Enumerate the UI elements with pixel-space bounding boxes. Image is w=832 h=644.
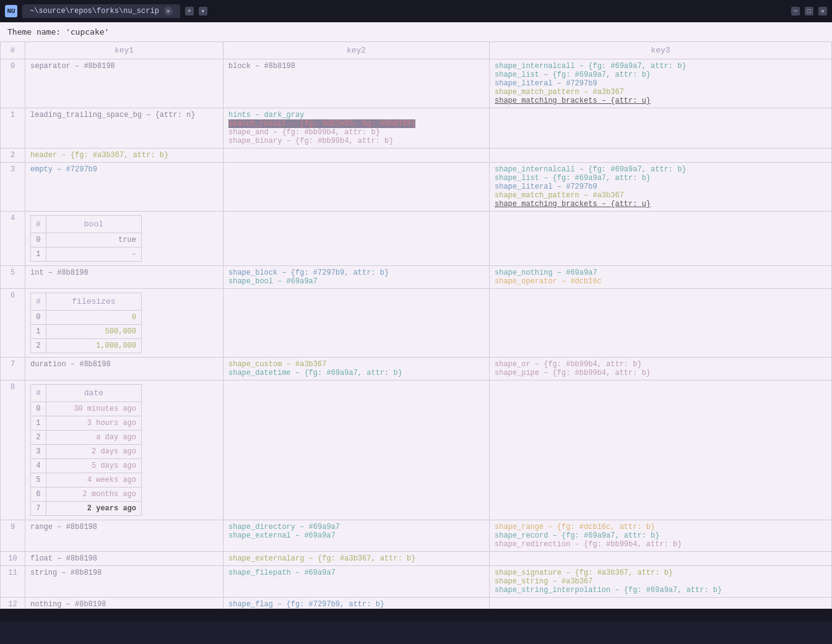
cell-key2 bbox=[223, 289, 490, 358]
new-tab-button[interactable]: + bbox=[185, 7, 194, 15]
mini-num: 3 bbox=[31, 445, 46, 459]
dropdown-button[interactable]: ▾ bbox=[199, 7, 207, 15]
col-header-key3: key3 bbox=[490, 42, 832, 59]
cell-key3 bbox=[490, 598, 832, 609]
mini-num: 1 bbox=[31, 325, 46, 339]
mini-row: 4 5 days ago bbox=[31, 459, 142, 473]
cell-key1: int – #8b8198 bbox=[25, 266, 223, 289]
title-bar: NU ~\source\repos\forks\nu_scrip ✕ + ▾ ─… bbox=[0, 0, 832, 22]
col-header-num: # bbox=[1, 42, 25, 59]
mini-num: 2 bbox=[31, 431, 46, 445]
cell-key3: shape_range – {fg: #dcb16c, attr: b} sha… bbox=[490, 520, 832, 552]
col-header-key1: key1 bbox=[25, 42, 223, 59]
cell-key2: shape_flag – {fg: #7297b9, attr: b} bbox=[223, 598, 490, 609]
minimize-button[interactable]: ─ bbox=[791, 7, 800, 15]
cell-key3: shape_nothing – #69a9a7 shape_operator –… bbox=[490, 266, 832, 289]
cell-key2: shape_custom – #a3b367 shape_datetime – … bbox=[223, 358, 490, 380]
cell-key1: duration – #8b8198 bbox=[25, 358, 223, 380]
mini-num: 2 bbox=[31, 339, 46, 353]
cell-key3: shape_internalcall – {fg: #69a9a7, attr:… bbox=[490, 59, 832, 108]
cell-key1: nothing – #8b8198 bbox=[25, 598, 223, 609]
cell-key2: hints – dark_gray search_result – {fg: #… bbox=[223, 108, 490, 148]
cell-key1: float – #8b8198 bbox=[25, 552, 223, 566]
mini-val: – bbox=[46, 247, 141, 262]
table-row: 10 float – #8b8198 shape_externalarg – {… bbox=[1, 552, 832, 566]
mini-row: 1 500,000 bbox=[31, 325, 142, 339]
mini-val: 1,000,000 bbox=[46, 339, 141, 353]
mini-col-num: # bbox=[31, 385, 46, 402]
table-row: 5 int – #8b8198 shape_block – {fg: #7297… bbox=[1, 266, 832, 289]
table-row: 9 range – #8b8198 shape_directory – #69a… bbox=[1, 520, 832, 552]
col-header-key2: key2 bbox=[223, 42, 490, 59]
table-row: 7 duration – #8b8198 shape_custom – #a3b… bbox=[1, 358, 832, 380]
table-row: 6 # filesizes 0 0 bbox=[1, 289, 832, 358]
table-row: 4 # bool 0 true bbox=[1, 212, 832, 266]
table-row: 3 empty – #7297b9 shape_internalcall – {… bbox=[1, 163, 832, 212]
status-bar bbox=[0, 609, 832, 621]
mini-num: 7 bbox=[31, 502, 46, 516]
duration-mini-table: # date 0 30 minutes ago 1 3 hours bbox=[30, 384, 142, 516]
row-num: 7 bbox=[1, 358, 25, 380]
cell-key3 bbox=[490, 108, 832, 148]
cell-key3 bbox=[490, 380, 832, 520]
mini-num: 5 bbox=[31, 473, 46, 487]
cell-key3 bbox=[490, 289, 832, 358]
mini-val: 2 months ago bbox=[46, 487, 141, 502]
mini-num: 0 bbox=[31, 311, 46, 325]
maximize-button[interactable]: □ bbox=[805, 7, 813, 15]
cell-key1-bool-table: # bool 0 true 1 – bbox=[25, 212, 223, 266]
mini-row: 5 4 weeks ago bbox=[31, 473, 142, 487]
cell-key1: empty – #7297b9 bbox=[25, 163, 223, 212]
row-num: 6 bbox=[1, 289, 25, 358]
cell-key2 bbox=[223, 148, 490, 163]
row-num: 5 bbox=[1, 266, 25, 289]
mini-row: 0 true bbox=[31, 233, 142, 247]
row-num: 1 bbox=[1, 108, 25, 148]
mini-col-num: # bbox=[31, 216, 46, 233]
mini-row: 3 2 days ago bbox=[31, 445, 142, 459]
mini-val: true bbox=[46, 233, 141, 247]
row-num: 12 bbox=[1, 598, 25, 609]
cell-key1-filesizes: # filesizes 0 0 1 500,000 bbox=[25, 289, 223, 358]
mini-val: 30 minutes ago bbox=[46, 402, 141, 416]
mini-num: 0 bbox=[31, 233, 46, 247]
close-button[interactable]: ✕ bbox=[818, 7, 827, 15]
mini-row: 1 3 hours ago bbox=[31, 416, 142, 431]
cell-key3: shape_signature – {fg: #a3b367, attr: b}… bbox=[490, 566, 832, 598]
cell-key1-duration: # date 0 30 minutes ago 1 3 hours bbox=[25, 380, 223, 520]
cell-key2: block – #8b8198 bbox=[223, 59, 490, 108]
mini-val: 0 bbox=[46, 311, 141, 325]
theme-bar: Theme name: 'cupcake' bbox=[0, 22, 832, 41]
mini-row: 0 0 bbox=[31, 311, 142, 325]
mini-row: 2 1,000,000 bbox=[31, 339, 142, 353]
cell-key2 bbox=[223, 380, 490, 520]
tab-close-button[interactable]: ✕ bbox=[164, 7, 173, 15]
active-tab[interactable]: ~\source\repos\forks\nu_scrip ✕ bbox=[22, 4, 180, 18]
mini-col-bool: bool bbox=[46, 216, 141, 233]
table-row: 2 header – {fg: #a3b367, attr: b} bbox=[1, 148, 832, 163]
filesizes-mini-table: # filesizes 0 0 1 500,000 bbox=[30, 293, 142, 353]
cell-key3 bbox=[490, 148, 832, 163]
cell-key1: leading_trailing_space_bg – {attr: n} bbox=[25, 108, 223, 148]
row-num: 4 bbox=[1, 212, 25, 266]
row-num: 3 bbox=[1, 163, 25, 212]
table-row: 11 string – #8b8198 shape_filepath – #69… bbox=[1, 566, 832, 598]
mini-row: 7 2 years ago bbox=[31, 502, 142, 516]
cell-key3 bbox=[490, 212, 832, 266]
cell-key1: range – #8b8198 bbox=[25, 520, 223, 552]
theme-text: Theme name: 'cupcake' bbox=[7, 27, 109, 36]
mini-col-num: # bbox=[31, 293, 46, 311]
cell-key2: shape_block – {fg: #7297b9, attr: b} sha… bbox=[223, 266, 490, 289]
data-table: # key1 key2 key3 0 separator – #8b8198 b… bbox=[0, 41, 832, 609]
table-row: 8 # date 0 30 minutes ago bbox=[1, 380, 832, 520]
window-controls: ─ □ ✕ bbox=[791, 7, 827, 15]
cell-key2 bbox=[223, 163, 490, 212]
row-num: 8 bbox=[1, 380, 25, 520]
table-row: 12 nothing – #8b8198 shape_flag – {fg: #… bbox=[1, 598, 832, 609]
row-num: 2 bbox=[1, 148, 25, 163]
mini-num: 4 bbox=[31, 459, 46, 473]
cell-key2: shape_directory – #69a9a7 shape_external… bbox=[223, 520, 490, 552]
bool-mini-table: # bool 0 true 1 – bbox=[30, 215, 142, 262]
mini-num: 1 bbox=[31, 247, 46, 262]
mini-col-filesizes: filesizes bbox=[46, 293, 141, 311]
